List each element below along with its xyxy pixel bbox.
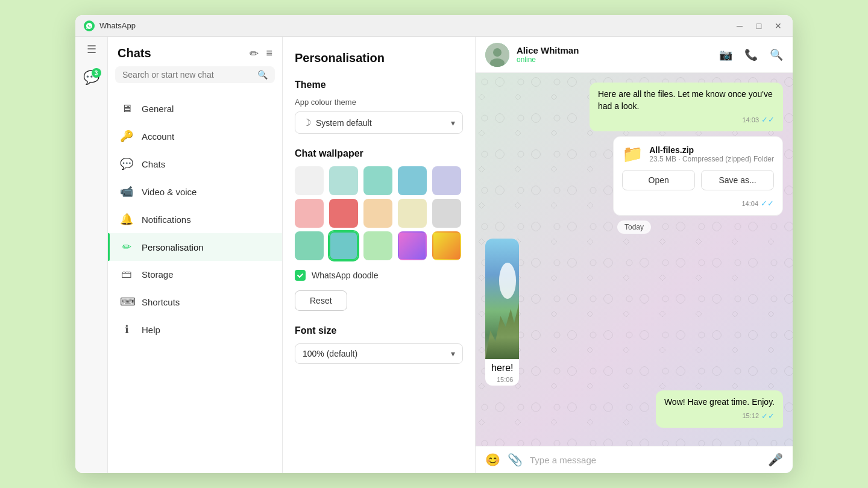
swatch-13[interactable] [363, 231, 392, 260]
theme-icon: ☽ [303, 117, 311, 128]
notification-badge: 3 [92, 68, 101, 78]
swatch-1[interactable] [295, 166, 324, 195]
general-icon: 🖥 [120, 102, 133, 115]
file-time: 14:04 [741, 200, 758, 207]
file-actions: Open Save as... [622, 170, 774, 190]
sidebar-item-help[interactable]: ℹ Help [108, 316, 282, 343]
sidebar-item-video-voice[interactable]: 📹 Video & voice [108, 178, 282, 205]
doodle-label: WhatsApp doodle [312, 271, 379, 280]
message-text: Here are all the files. Let me know once… [598, 89, 773, 111]
left-panel-header: Chats ✏ ≡ [108, 37, 282, 66]
save-file-button[interactable]: Save as... [701, 170, 774, 190]
message-time-5: 15:12 [742, 411, 759, 421]
emoji-button[interactable]: 😊 [485, 452, 500, 467]
wallpaper-grid [295, 166, 463, 260]
help-icon: ℹ [120, 323, 133, 336]
swatch-6[interactable] [295, 199, 324, 228]
reset-button[interactable]: Reset [295, 290, 347, 311]
mic-button[interactable]: 🎤 [768, 452, 783, 467]
close-button[interactable]: ✕ [772, 20, 784, 32]
swatch-14[interactable] [398, 231, 427, 260]
day-divider: Today [617, 221, 651, 234]
window-controls: ─ □ ✕ [734, 20, 784, 32]
sidebar-item-personalisation[interactable]: ✏ Personalisation [108, 233, 282, 261]
open-file-button[interactable]: Open [622, 170, 695, 190]
sidebar-item-general[interactable]: 🖥 General [108, 95, 282, 122]
chats-title: Chats [118, 46, 151, 60]
account-icon: 🔑 [120, 130, 133, 143]
left-panel: Chats ✏ ≡ 🔍 🖥 General 🔑 Account [108, 37, 283, 473]
theme-dropdown[interactable]: ☽ System default ▾ [295, 111, 463, 134]
general-label: General [142, 104, 174, 114]
search-bar: 🔍 [115, 66, 275, 83]
photo-caption: here! [491, 363, 513, 373]
sidebar-item-shortcuts[interactable]: ⌨ Shortcuts [108, 288, 282, 316]
chat-area: Alice Whitman online 📷 📞 🔍 Here are all … [476, 37, 793, 473]
wallpaper-section-title: Chat wallpaper [295, 148, 463, 159]
personalisation-label: Personalisation [142, 242, 204, 252]
swatch-10[interactable] [432, 199, 461, 228]
doodle-checkbox[interactable] [295, 270, 306, 281]
chat-header-left: Alice Whitman online [485, 43, 579, 67]
sidebar-item-notifications[interactable]: 🔔 Notifications [108, 205, 282, 233]
swatch-9[interactable] [398, 199, 427, 228]
swatch-12[interactable] [329, 231, 358, 260]
theme-section-title: Theme [295, 80, 463, 90]
personalisation-icon: ✏ [120, 240, 133, 254]
contact-avatar[interactable] [485, 43, 509, 67]
storage-icon: 🗃 [120, 268, 133, 281]
title-bar: WhatsApp ─ □ ✕ [75, 15, 793, 37]
swatch-11[interactable] [295, 231, 324, 260]
personalisation-title: Personalisation [295, 51, 463, 65]
message-time: 14:03 [742, 116, 759, 125]
font-size-dropdown[interactable]: 100% (default) ▾ [295, 343, 463, 364]
chats-nav-label: Chats [142, 159, 165, 169]
left-panel-actions: ✏ ≡ [250, 47, 272, 60]
doodle-checkbox-row: WhatsApp doodle [295, 270, 463, 281]
swatch-5[interactable] [432, 166, 461, 195]
voice-call-button[interactable]: 📞 [744, 48, 758, 61]
swatch-15[interactable] [432, 231, 461, 260]
svg-point-1 [493, 48, 502, 57]
sidebar-item-account[interactable]: 🔑 Account [108, 122, 282, 150]
swatch-7[interactable] [329, 199, 358, 228]
shortcuts-icon: ⌨ [120, 295, 133, 308]
message-tick: ✓✓ [761, 114, 775, 125]
swatch-2[interactable] [329, 166, 358, 195]
search-icon: 🔍 [257, 70, 268, 80]
theme-value: System default [316, 118, 372, 128]
video-call-button[interactable]: 📷 [719, 48, 732, 61]
chat-header: Alice Whitman online 📷 📞 🔍 [476, 37, 793, 73]
message-input[interactable] [530, 455, 761, 465]
filter-button[interactable]: ≡ [266, 47, 272, 60]
file-icon: 📁 [622, 144, 643, 164]
attach-button[interactable]: 📎 [508, 452, 523, 467]
notifications-label: Notifications [142, 214, 191, 225]
sidebar-item-storage[interactable]: 🗃 Storage [108, 261, 282, 288]
photo-message: here! 15:06 [485, 239, 519, 386]
chat-input-bar: 😊 📎 🎤 [476, 446, 793, 473]
help-label: Help [142, 325, 160, 335]
swatch-3[interactable] [363, 166, 392, 195]
search-chat-button[interactable]: 🔍 [770, 48, 783, 61]
file-message: 📁 All-files.zip 23.5 MB · Compressed (zi… [613, 136, 783, 216]
video-voice-label: Video & voice [142, 187, 197, 197]
swatch-4[interactable] [398, 166, 427, 195]
icon-sidebar: ☰ 💬 3 [75, 37, 108, 473]
minimize-button[interactable]: ─ [734, 20, 746, 32]
search-input[interactable] [122, 70, 253, 80]
hamburger-menu[interactable]: ☰ [87, 43, 96, 56]
storage-label: Storage [142, 269, 174, 280]
sidebar-item-chats[interactable]: 💬 Chats [108, 150, 282, 178]
maximize-button[interactable]: □ [753, 20, 765, 32]
chats-icon-button[interactable]: 💬 3 [81, 67, 102, 89]
app-title: WhatsApp [99, 21, 734, 30]
photo-time: 15:06 [497, 376, 514, 383]
account-label: Account [142, 131, 174, 142]
swatch-8[interactable] [363, 199, 392, 228]
new-chat-button[interactable]: ✏ [250, 47, 259, 60]
settings-nav: 🖥 General 🔑 Account 💬 Chats 📹 Video & vo… [108, 90, 282, 348]
font-size-value: 100% (default) [303, 349, 357, 358]
photo-image[interactable] [485, 239, 519, 359]
chat-messages: Here are all the files. Let me know once… [476, 73, 793, 446]
